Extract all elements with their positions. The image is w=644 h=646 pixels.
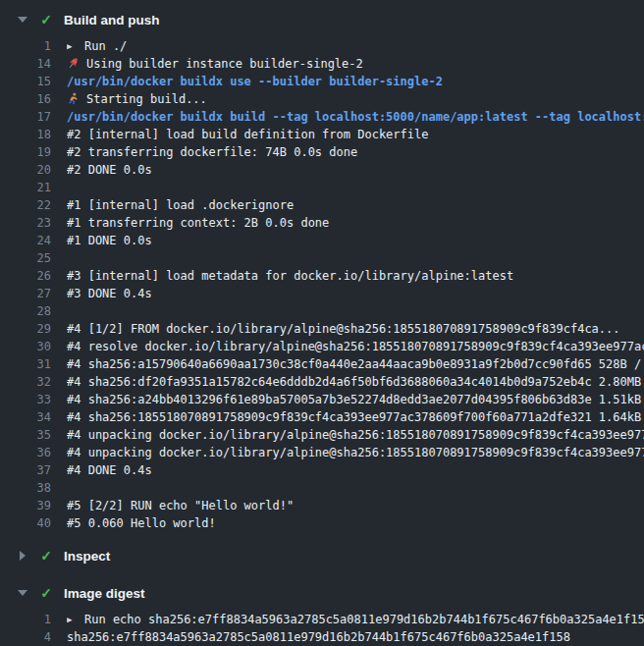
section-title: Image digest <box>64 586 145 601</box>
log-text: Starting build... <box>67 90 644 108</box>
log-line: 40 #5 0.060 Hello world! <box>0 514 644 532</box>
success-check-icon: ✓ <box>38 546 54 565</box>
line-number[interactable]: 18 <box>0 126 51 143</box>
log-line: 16 Starting build... <box>0 90 644 108</box>
section-header-image-digest[interactable]: ✓ Image digest <box>0 583 644 603</box>
line-number[interactable]: 19 <box>0 143 51 161</box>
log-line: 35 #4 unpacking docker.io/library/alpine… <box>0 426 644 444</box>
line-number[interactable]: 20 <box>0 161 51 179</box>
log-line: 32 #4 sha256:df20fa9351a15782c64e6dddb2d… <box>0 373 644 391</box>
log-text: #4 resolve docker.io/library/alpine@sha2… <box>67 338 644 355</box>
log-text <box>67 479 644 497</box>
chevron-right-icon[interactable] <box>20 551 26 561</box>
line-number[interactable]: 26 <box>0 267 51 285</box>
log-text: #3 DONE 0.4s <box>67 285 644 302</box>
log-line: 36 #4 unpacking docker.io/library/alpine… <box>0 444 644 461</box>
chevron-down-icon[interactable] <box>18 590 27 596</box>
log-text: #2 DONE 0.0s <box>67 161 644 179</box>
log-text: #1 transferring context: 2B 0.0s done <box>67 214 644 232</box>
log-line: 19 #2 transferring dockerfile: 74B 0.0s … <box>0 143 644 161</box>
log-line: 24 #1 DONE 0.0s <box>0 232 644 249</box>
line-number[interactable]: 15 <box>0 73 51 90</box>
log-text: #4 unpacking docker.io/library/alpine@sh… <box>67 426 644 444</box>
section-title: Build and push <box>64 13 160 27</box>
section-header-inspect[interactable]: ✓ Inspect <box>0 546 644 565</box>
log-text: ▶Run echo sha256:e7ff8834a5963a2785c5a08… <box>67 611 644 628</box>
success-check-icon: ✓ <box>38 10 54 29</box>
log-line: 30 #4 resolve docker.io/library/alpine@s… <box>0 338 644 355</box>
log-text <box>67 249 644 267</box>
log-text: #5 [2/2] RUN echo "Hello world!" <box>67 497 644 514</box>
line-number[interactable]: 14 <box>0 55 51 73</box>
line-number[interactable]: 24 <box>0 232 51 249</box>
success-check-icon: ✓ <box>38 583 54 603</box>
log-section-build-and-push: ✓ Build and push 1 ▶Run ./ 14 Using buil… <box>0 10 644 532</box>
line-number[interactable]: 22 <box>0 196 51 214</box>
log-text: sha256:e7ff8834a5963a2785c5a0811e979d16b… <box>67 628 644 646</box>
line-number[interactable]: 1 <box>0 611 51 628</box>
line-number[interactable]: 35 <box>0 426 51 444</box>
log-line: 18 #2 [internal] load build definition f… <box>0 126 644 143</box>
line-number[interactable]: 31 <box>0 355 51 373</box>
section-header-build-and-push[interactable]: ✓ Build and push <box>0 10 644 29</box>
log-text: Using builder instance builder-single-2 <box>67 55 644 73</box>
log-line: 25 <box>0 249 644 267</box>
run-group-toggle-icon[interactable]: ▶ <box>67 37 84 55</box>
line-number[interactable]: 33 <box>0 391 51 408</box>
log-line: 31 #4 sha256:a15790640a6690aa1730c38cf0a… <box>0 355 644 373</box>
line-number[interactable]: 36 <box>0 444 51 461</box>
line-number[interactable]: 21 <box>0 179 51 196</box>
log-text <box>67 302 644 320</box>
log-line: 1 ▶Run ./ <box>0 37 644 55</box>
line-number[interactable]: 29 <box>0 320 51 338</box>
log-line: 17 /usr/bin/docker buildx build --tag lo… <box>0 108 644 126</box>
runner-icon <box>67 92 80 105</box>
log-text: #2 transferring dockerfile: 74B 0.0s don… <box>67 143 644 161</box>
log-text: /usr/bin/docker buildx use --builder bui… <box>67 73 644 90</box>
line-number[interactable]: 39 <box>0 497 51 514</box>
log-text: #1 DONE 0.0s <box>67 232 644 249</box>
section-lines: 1 ▶Run echo sha256:e7ff8834a5963a2785c5a… <box>0 611 644 646</box>
line-number[interactable]: 25 <box>0 249 51 267</box>
log-line: 37 #4 DONE 0.4s <box>0 461 644 479</box>
log-text: /usr/bin/docker buildx build --tag local… <box>67 108 644 126</box>
log-text: #4 sha256:df20fa9351a15782c64e6dddb2d4a6… <box>67 373 644 391</box>
line-number[interactable]: 1 <box>0 37 51 55</box>
line-number[interactable]: 17 <box>0 108 51 126</box>
run-group-toggle-icon[interactable]: ▶ <box>67 611 84 628</box>
log-line: 15 /usr/bin/docker buildx use --builder … <box>0 73 644 90</box>
log-text: ▶Run ./ <box>67 37 644 55</box>
log-text: #4 unpacking docker.io/library/alpine@sh… <box>67 444 644 461</box>
log-section-inspect: ✓ Inspect <box>0 546 644 565</box>
line-number[interactable]: 38 <box>0 479 51 497</box>
section-lines: 1 ▶Run ./ 14 Using builder instance buil… <box>0 37 644 532</box>
log-line: 1 ▶Run echo sha256:e7ff8834a5963a2785c5a… <box>0 611 644 628</box>
log-line: 38 <box>0 479 644 497</box>
line-number[interactable]: 30 <box>0 338 51 355</box>
line-number[interactable]: 23 <box>0 214 51 232</box>
line-number[interactable]: 4 <box>0 628 51 646</box>
line-number[interactable]: 32 <box>0 373 51 391</box>
line-number[interactable]: 40 <box>0 514 51 532</box>
line-number[interactable]: 34 <box>0 408 51 426</box>
log-text: #1 [internal] load .dockerignore <box>67 196 644 214</box>
log-line: 34 #4 sha256:185518070891758909c9f839cf4… <box>0 408 644 426</box>
log-text: #5 0.060 Hello world! <box>67 514 644 532</box>
log-line: 39 #5 [2/2] RUN echo "Hello world!" <box>0 497 644 514</box>
line-number[interactable]: 27 <box>0 285 51 302</box>
line-number[interactable]: 28 <box>0 302 51 320</box>
log-line: 23 #1 transferring context: 2B 0.0s done <box>0 214 644 232</box>
line-number[interactable]: 37 <box>0 461 51 479</box>
log-text: #2 [internal] load build definition from… <box>67 126 644 143</box>
section-title: Inspect <box>64 549 110 564</box>
log-text: #4 sha256:a15790640a6690aa1730c38cf0a440… <box>67 355 644 373</box>
log-section-image-digest: ✓ Image digest 1 ▶Run echo sha256:e7ff88… <box>0 583 644 646</box>
log-text: #3 [internal] load metadata for docker.i… <box>67 267 644 285</box>
chevron-down-icon[interactable] <box>18 17 27 23</box>
log-text: #4 DONE 0.4s <box>67 461 644 479</box>
line-number[interactable]: 16 <box>0 90 51 108</box>
log-text <box>67 179 644 196</box>
workflow-log-viewer: ✓ Build and push 1 ▶Run ./ 14 Using buil… <box>0 0 644 646</box>
log-line: 29 #4 [1/2] FROM docker.io/library/alpin… <box>0 320 644 338</box>
log-line: 4 sha256:e7ff8834a5963a2785c5a0811e979d1… <box>0 628 644 646</box>
